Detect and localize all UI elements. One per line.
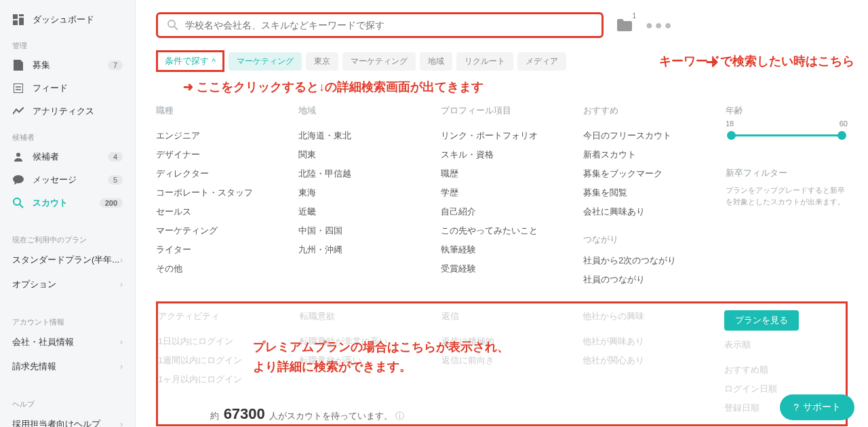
nav-recruit[interactable]: 募集 7 <box>0 54 135 77</box>
filter-option[interactable]: 会社に興味あり <box>583 202 705 221</box>
filter-option[interactable]: 中国・四国 <box>298 221 420 240</box>
nav-label: メッセージ <box>33 174 108 186</box>
section-account: アカウント情報 <box>0 308 135 330</box>
nav-analytics[interactable]: アナリティクス <box>0 100 135 123</box>
nav-messages[interactable]: メッセージ 5 <box>0 168 135 191</box>
filter-option[interactable]: 社員のつながり <box>583 270 705 289</box>
top-row: 1 ●●● <box>156 12 848 38</box>
filter-option[interactable]: エンジニア <box>156 126 278 145</box>
svg-rect-2 <box>19 18 24 25</box>
message-icon <box>12 174 24 186</box>
annotation-premium: プレミアムプランの場合はこちらが表示され、 より詳細に検索ができます。 <box>253 337 509 377</box>
nav-scout[interactable]: スカウト 200 <box>0 191 135 215</box>
chevron-right-icon: › <box>120 362 123 371</box>
filter-profile: プロフィール項目 リンク・ポートフォリオスキル・資格職歴学歴自己紹介この先やって… <box>441 105 563 289</box>
filter-heading: 他社からの興味 <box>583 310 704 322</box>
slider-handle-min[interactable] <box>727 131 736 140</box>
filter-option[interactable]: 九州・沖縄 <box>298 240 420 259</box>
slider-handle-max[interactable] <box>837 131 846 140</box>
filter-option[interactable]: リンク・ポートフォリオ <box>441 126 563 145</box>
filter-button[interactable]: 条件で探す ^ <box>156 50 224 72</box>
chevron-right-icon: › <box>120 337 123 347</box>
filter-option[interactable]: 自己紹介 <box>441 202 563 221</box>
nav-label: アナリティクス <box>33 105 123 117</box>
filter-option[interactable]: ディレクター <box>156 164 278 183</box>
filter-option[interactable]: 他社が関心あり <box>583 351 704 370</box>
main-content: 1 ●●● ➜ キーワードで検索したい時はこちら 条件で探す ^ マーケティング… <box>136 0 868 427</box>
filter-option[interactable]: 他社が興味あり <box>583 332 704 351</box>
nav-feed[interactable]: フィード <box>0 77 135 100</box>
tag-recruit[interactable]: リクルート <box>456 52 513 71</box>
filter-option[interactable]: 近畿 <box>298 202 420 221</box>
filter-option[interactable]: 北陸・甲信越 <box>298 164 420 183</box>
nav-billing[interactable]: 請求先情報 › <box>0 354 135 379</box>
folder-count: 1 <box>632 12 636 20</box>
folder-button[interactable]: 1 <box>617 19 632 31</box>
premium-interest: 他社からの興味 他社が興味あり他社が関心あり <box>583 310 704 417</box>
tag-marketing[interactable]: マーケティング <box>229 52 302 71</box>
nav-label: ダッシュボード <box>33 14 123 26</box>
age-slider[interactable]: 18 60 <box>726 126 848 147</box>
filter-job: 職種 エンジニアデザイナーディレクターコーポレート・スタッフセールスマーケティン… <box>156 105 278 289</box>
filter-option[interactable]: セールス <box>156 202 278 221</box>
nav-label: 募集 <box>33 59 108 71</box>
filter-option[interactable]: 社員から2次のつながり <box>583 251 705 270</box>
filter-option[interactable]: マーケティング <box>156 221 278 240</box>
tag-marketing2[interactable]: マーケティング <box>342 52 416 71</box>
nav-plan[interactable]: スタンダードプラン(半年... › <box>0 248 135 272</box>
filter-option[interactable]: その他 <box>156 259 278 278</box>
sidebar: ダッシュボード 管理 募集 7 フィード アナリティクス 候補者 候補者 4 メ… <box>0 0 136 427</box>
nav-label: スタンダードプラン(半年... <box>12 254 120 266</box>
chevron-up-icon: ^ <box>212 56 216 67</box>
filter-age: 年齢 18 60 新卒フィルター プランをアップグレードすると新卒を対象としたス… <box>726 105 848 289</box>
filter-option[interactable]: ライター <box>156 240 278 259</box>
filter-option[interactable]: 新着スカウト <box>583 145 705 164</box>
tag-tokyo[interactable]: 東京 <box>306 52 338 71</box>
dashboard-icon <box>12 14 24 26</box>
filter-option[interactable]: コーポレート・スタッフ <box>156 183 278 202</box>
filter-option[interactable]: 募集を閲覧 <box>583 183 705 202</box>
nav-label: 会社・社員情報 <box>12 336 120 348</box>
filter-heading: おすすめ <box>583 105 705 117</box>
view-plan-button[interactable]: プランを見る <box>724 310 799 331</box>
filter-heading: 転職意欲 <box>300 310 421 322</box>
more-icon[interactable]: ●●● <box>646 18 674 33</box>
nav-option[interactable]: オプション › <box>0 272 135 297</box>
support-button[interactable]: ? サポート <box>780 394 854 420</box>
filter-option[interactable]: 北海道・東北 <box>298 126 420 145</box>
search-input[interactable] <box>185 20 592 31</box>
filter-option[interactable]: 関東 <box>298 145 420 164</box>
filter-option[interactable]: 執筆経験 <box>441 240 563 259</box>
filter-option[interactable]: おすすめ順 <box>724 360 846 379</box>
filter-option[interactable]: 今日のフリースカウト <box>583 126 705 145</box>
filter-heading: アクティビティ <box>158 310 279 322</box>
svg-line-10 <box>20 204 23 208</box>
filter-option[interactable]: 学歴 <box>441 183 563 202</box>
tag-media[interactable]: メディア <box>517 52 566 71</box>
filter-recommend: おすすめ 今日のフリースカウト新着スカウト募集をブックマーク募集を閲覧会社に興味… <box>583 105 705 289</box>
nav-company[interactable]: 会社・社員情報 › <box>0 330 135 354</box>
filter-option[interactable]: 東海 <box>298 183 420 202</box>
support-label: サポート <box>803 401 841 413</box>
slider-track <box>731 134 842 136</box>
filter-option[interactable]: 募集をブックマーク <box>583 164 705 183</box>
filter-option[interactable]: 受賞経験 <box>441 259 563 278</box>
info-icon[interactable]: ⓘ <box>395 411 404 421</box>
nav-label: フィード <box>33 82 123 94</box>
nav-candidates[interactable]: 候補者 4 <box>0 145 135 168</box>
filter-heading: 返信 <box>441 310 563 322</box>
tag-region[interactable]: 地域 <box>420 52 452 71</box>
nav-dashboard[interactable]: ダッシュボード <box>0 8 135 31</box>
filter-heading: プロフィール項目 <box>441 105 563 117</box>
nav-label: 請求先情報 <box>12 360 120 373</box>
search-box[interactable] <box>156 12 604 38</box>
filter-option[interactable]: この先やってみたいこと <box>441 221 563 240</box>
filter-option[interactable]: デザイナー <box>156 145 278 164</box>
svg-point-8 <box>13 175 24 183</box>
newgrad-desc: プランをアップグレードすると新卒を対象としたスカウトが出来ます。 <box>726 185 848 207</box>
badge: 7 <box>108 60 123 70</box>
filter-option[interactable]: 職歴 <box>441 164 563 183</box>
nav-help[interactable]: 採用担当者向けヘルプ › <box>0 412 135 427</box>
count-number: 67300 <box>224 405 265 422</box>
filter-option[interactable]: スキル・資格 <box>441 145 563 164</box>
